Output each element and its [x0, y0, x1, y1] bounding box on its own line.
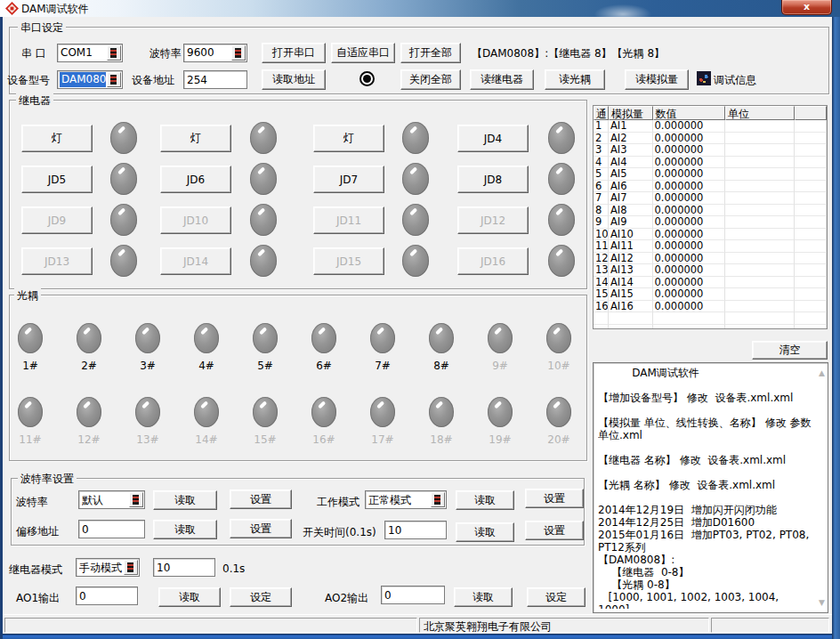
relay-button-12[interactable]: JD12 — [457, 206, 529, 234]
work-mode-select[interactable]: 正常模式 — [365, 490, 447, 509]
analog-row-15[interactable]: 15AI150.000000 — [594, 288, 827, 301]
analog-row-6[interactable]: 6AI60.000000 — [594, 181, 827, 193]
baud2-select[interactable]: 默认 — [78, 490, 145, 509]
analog-row-16[interactable]: 16AI160.000000 — [594, 301, 827, 313]
relay-button-9[interactable]: JD9 — [21, 206, 93, 234]
relay-button-5[interactable]: JD5 — [21, 166, 93, 193]
relay-button-16[interactable]: JD16 — [457, 247, 529, 275]
log-panel[interactable]: DAM调试软件 【增加设备型号】 修改 设备表.xml.xml 【模拟量 单位、… — [593, 362, 828, 613]
close-all-button[interactable]: 关闭全部 — [400, 69, 461, 90]
ao1-set-button[interactable]: 设定 — [230, 587, 292, 607]
analog-row-7[interactable]: 7AI70.000000 — [594, 192, 827, 205]
relay-button-14[interactable]: JD14 — [160, 247, 231, 275]
relay-button-8[interactable]: JD8 — [457, 166, 529, 193]
analog-col-header-1[interactable]: 通 — [594, 106, 609, 120]
analog-row-5[interactable]: 5AI50.000000 — [594, 168, 827, 181]
open-all-button[interactable]: 打开全部 — [400, 43, 461, 63]
analog-row-1[interactable]: 1AI10.000000 — [594, 120, 827, 133]
analog-col-header-2[interactable]: 模拟量 — [609, 106, 653, 120]
relay-button-10[interactable]: JD10 — [160, 206, 231, 234]
relay-mode-dropdown-icon[interactable] — [124, 560, 138, 575]
relay-button-1[interactable]: 灯 — [21, 125, 93, 152]
relay-button-6[interactable]: JD6 — [160, 166, 231, 193]
analog-row-2[interactable]: 2AI20.000000 — [594, 133, 827, 145]
adaptive-serial-button[interactable]: 自适应串口 — [331, 43, 395, 63]
analog-cell — [653, 312, 725, 325]
relay-mode-select[interactable]: 手动模式 — [76, 558, 140, 577]
baud-label: 波特率 — [149, 46, 182, 61]
ao1-input[interactable] — [76, 586, 138, 605]
offset-set-button[interactable]: 设置 — [230, 519, 292, 538]
analog-cell — [725, 120, 795, 133]
switch-time-input[interactable] — [384, 521, 447, 539]
baud-dropdown-icon[interactable] — [231, 45, 246, 61]
analog-row-4[interactable]: 4AI40.000000 — [594, 157, 827, 169]
analog-cell: AI16 — [609, 301, 653, 313]
analog-table[interactable]: 通模拟量数值单位1AI10.0000002AI20.0000003AI30.00… — [593, 105, 828, 329]
analog-cell — [795, 216, 827, 229]
analog-cell — [795, 229, 827, 241]
analog-row-9[interactable]: 9AI90.000000 — [594, 216, 827, 229]
com-port-dropdown-icon[interactable] — [107, 45, 121, 61]
analog-cell: 0.000000 — [653, 205, 725, 217]
analog-cell: 6 — [594, 181, 609, 193]
read-analog-button[interactable]: 读模拟量 — [625, 69, 689, 90]
open-serial-button[interactable]: 打开串口 — [262, 43, 326, 63]
relay-button-3[interactable]: 灯 — [313, 125, 384, 152]
analog-cell: 10 — [594, 229, 609, 241]
close-button[interactable]: x — [781, 0, 832, 15]
title-bar[interactable]: DAM调试软件 x — [0, 0, 840, 17]
work-mode-dropdown-icon[interactable] — [431, 492, 445, 507]
work-mode-read-button[interactable]: 读取 — [456, 490, 514, 510]
analog-cell: 11 — [594, 240, 609, 253]
analog-row-3[interactable]: 3AI30.000000 — [594, 144, 827, 157]
device-model-dropdown-icon[interactable] — [107, 72, 121, 87]
debug-info-icon[interactable] — [697, 71, 711, 85]
analog-row-10[interactable]: 10AI100.000000 — [594, 229, 827, 241]
analog-col-header-4[interactable]: 单位 — [725, 106, 795, 120]
offset-addr-input[interactable] — [78, 520, 145, 538]
window-border-bottom — [3, 634, 832, 639]
analog-cell: 0.000000 — [653, 192, 725, 205]
analog-cell — [609, 312, 653, 325]
device-addr-input[interactable] — [183, 70, 247, 89]
relay-button-11[interactable]: JD11 — [313, 206, 384, 234]
scroll-down-icon[interactable]: ▼ — [819, 598, 825, 607]
ao1-read-button[interactable]: 读取 — [158, 587, 221, 607]
ao2-set-button[interactable]: 设定 — [527, 587, 586, 607]
analog-row-13[interactable]: 13AI130.000000 — [594, 264, 827, 277]
relay-button-7[interactable]: JD7 — [313, 166, 384, 193]
ao2-input[interactable] — [381, 586, 445, 604]
opto-group — [9, 295, 587, 461]
baud-set-button[interactable]: 设置 — [230, 489, 292, 509]
analog-col-header-5[interactable] — [795, 106, 827, 120]
read-addr-button[interactable]: 读取地址 — [262, 69, 326, 90]
analog-row-11[interactable]: 11AI110.000000 — [594, 240, 827, 253]
com-port-select[interactable]: COM1 — [57, 44, 123, 62]
relay-mode-time-input[interactable] — [153, 558, 215, 577]
device-model-select[interactable]: DAM0808 — [57, 70, 123, 89]
switch-time-read-button[interactable]: 读取 — [456, 522, 514, 542]
analog-row-18[interactable] — [594, 325, 827, 330]
relay-button-15[interactable]: JD15 — [313, 247, 384, 275]
baud-read-button[interactable]: 读取 — [153, 490, 217, 510]
ao2-read-button[interactable]: 读取 — [454, 587, 513, 607]
analog-row-17[interactable] — [594, 312, 827, 325]
relay-button-2[interactable]: 灯 — [160, 125, 231, 152]
baud-select[interactable]: 9600 — [183, 44, 247, 62]
analog-cell: 5 — [594, 168, 609, 181]
switch-time-set-button[interactable]: 设置 — [525, 521, 584, 540]
read-opto-button[interactable]: 读光耦 — [545, 69, 605, 90]
scroll-up-icon[interactable]: ▲ — [819, 368, 825, 377]
offset-read-button[interactable]: 读取 — [153, 520, 217, 539]
relay-button-13[interactable]: JD13 — [21, 247, 93, 275]
analog-row-14[interactable]: 14AI140.000000 — [594, 277, 827, 289]
relay-button-4[interactable]: JD4 — [457, 125, 529, 152]
read-relay-button[interactable]: 读继电器 — [470, 69, 534, 90]
analog-row-8[interactable]: 8AI80.000000 — [594, 205, 827, 217]
analog-row-12[interactable]: 12AI120.000000 — [594, 253, 827, 265]
work-mode-set-button[interactable]: 设置 — [525, 489, 584, 508]
clear-button[interactable]: 清空 — [752, 341, 828, 360]
analog-col-header-3[interactable]: 数值 — [653, 106, 725, 120]
baud2-dropdown-icon[interactable] — [129, 492, 143, 507]
